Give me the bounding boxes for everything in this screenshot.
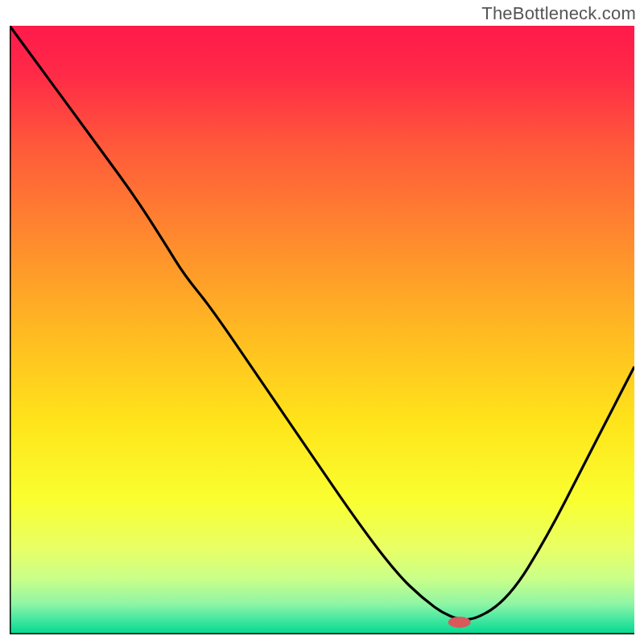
optimal-point-marker [448, 617, 471, 628]
plot-area [10, 26, 634, 634]
chart-frame: TheBottleneck.com [0, 0, 644, 644]
chart-svg [10, 26, 634, 634]
gradient-background [10, 26, 634, 634]
watermark-label: TheBottleneck.com [481, 3, 636, 24]
